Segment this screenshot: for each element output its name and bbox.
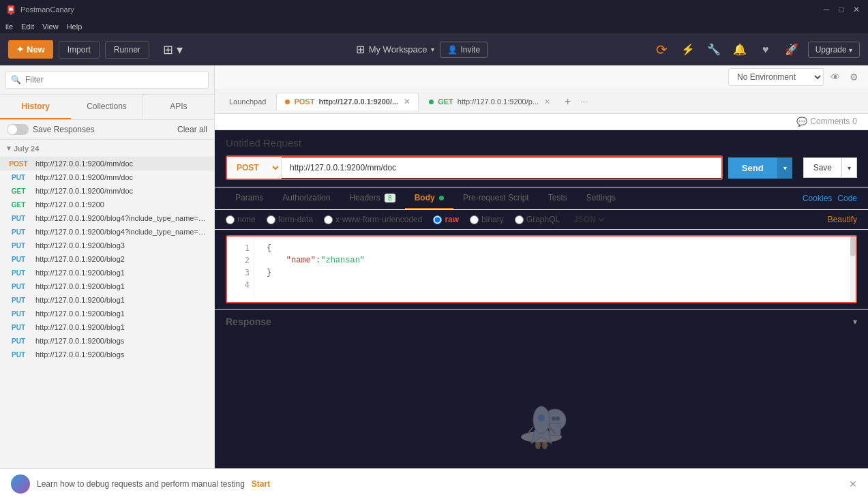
maximize-button[interactable]: □	[835, 3, 848, 16]
code-editor: 1 2 3 4 { "name":"zhansan" }	[226, 235, 857, 303]
save-button[interactable]: Save	[803, 157, 842, 178]
eye-icon-button[interactable]: 👁	[828, 69, 843, 85]
list-item[interactable]: PUT http://127.0.0.1:9200/blog1	[0, 307, 214, 320]
save-dropdown-button[interactable]: ▾	[842, 157, 857, 178]
item-more-button[interactable]: ···	[201, 200, 207, 209]
title-bar: 📮 PostmanCanary ─ □ ✕	[0, 0, 868, 19]
history-url: http://127.0.0.1:9200/blog4?include_type…	[35, 228, 207, 236]
menu-edit[interactable]: Edit	[21, 22, 34, 31]
list-item[interactable]: PUT http://127.0.0.1:9200/blogs	[0, 348, 214, 361]
list-item[interactable]: PUT http://127.0.0.1:9200/blog4?include_…	[0, 225, 214, 239]
list-item[interactable]: GET http://127.0.0.1:9200 + 🗑 ···	[0, 198, 214, 211]
clear-all-button[interactable]: Clear all	[177, 125, 207, 134]
search-input[interactable]	[5, 71, 209, 89]
tab-post-request[interactable]: POST http://127.0.0.1:9200/... ✕	[276, 93, 419, 110]
menu-file[interactable]: ile	[5, 22, 13, 31]
send-dropdown-button[interactable]: ▾	[777, 157, 792, 179]
sync-icon-button[interactable]: ⟳	[653, 40, 672, 59]
notification-start-button[interactable]: Start	[252, 479, 270, 489]
close-button[interactable]: ✕	[850, 3, 863, 16]
response-collapse-button[interactable]: ▾	[853, 317, 857, 327]
item-add-button[interactable]: +	[183, 200, 188, 209]
cookies-link[interactable]: Cookies	[803, 194, 832, 203]
option-none[interactable]: none	[226, 215, 256, 224]
sidebar-tab-collections[interactable]: Collections	[71, 95, 143, 119]
history-url: http://127.0.0.1:9200/mm/doc	[35, 173, 207, 181]
nav-params[interactable]: Params	[226, 187, 273, 209]
option-raw[interactable]: raw	[433, 215, 459, 224]
nav-settings[interactable]: Settings	[577, 187, 625, 209]
add-tab-button[interactable]: +	[560, 93, 575, 110]
option-graphql[interactable]: GraphQL	[515, 215, 560, 224]
tab-url-get: http://127.0.0.1:9200/p...	[458, 97, 539, 106]
tab-get-request[interactable]: GET http://127.0.0.1:9200/p... ✕	[420, 93, 559, 110]
sidebar-tab-history[interactable]: History	[0, 95, 71, 119]
response-title: Response	[226, 316, 271, 327]
nav-body[interactable]: Body	[405, 187, 453, 209]
upgrade-button[interactable]: Upgrade ▾	[808, 42, 860, 58]
method-badge-put: PUT	[7, 310, 30, 318]
url-input[interactable]	[282, 157, 721, 178]
option-urlencoded[interactable]: x-www-form-urlencoded	[324, 215, 422, 224]
import-button[interactable]: Import	[59, 41, 100, 59]
lightning-icon-button[interactable]: ⚡	[678, 40, 698, 59]
code-link[interactable]: Code	[837, 194, 857, 203]
code-content[interactable]: { "name":"zhansan" }	[227, 237, 856, 284]
workspace-button[interactable]: ⊞ My Workspace ▾	[356, 43, 435, 56]
method-select[interactable]: POST	[227, 157, 282, 179]
new-button[interactable]: ✦ New	[8, 40, 53, 59]
tab-launchpad[interactable]: Launchpad	[220, 93, 275, 110]
collection-action-button[interactable]: ⊞ ▾	[155, 39, 191, 61]
item-delete-button[interactable]: 🗑	[191, 200, 198, 209]
sidebar-search-area: 🔍	[0, 65, 214, 95]
list-item[interactable]: GET http://127.0.0.1:9200/mm/doc	[0, 184, 214, 198]
beautify-button[interactable]: Beautify	[828, 215, 857, 224]
list-item[interactable]: PUT http://127.0.0.1:9200/mm/doc	[0, 170, 214, 184]
runner-button[interactable]: Runner	[105, 41, 149, 59]
option-binary[interactable]: binary	[470, 215, 504, 224]
body-format-select[interactable]: JSON	[571, 214, 607, 225]
menu-view[interactable]: View	[42, 22, 59, 31]
tabs-more-button[interactable]: ···	[576, 94, 591, 109]
list-item[interactable]: PUT http://127.0.0.1:9200/blog1	[0, 320, 214, 334]
editor-scrollbar[interactable]	[850, 237, 856, 302]
window-controls: ─ □ ✕	[820, 3, 863, 16]
nav-tests[interactable]: Tests	[539, 187, 577, 209]
minimize-button[interactable]: ─	[820, 3, 833, 16]
settings-icon-button[interactable]: ⚙	[847, 69, 861, 85]
tab-close-get-button[interactable]: ✕	[544, 97, 550, 106]
list-item[interactable]: PUT http://127.0.0.1:9200/blog1	[0, 293, 214, 307]
environment-select[interactable]: No Environment	[728, 68, 824, 86]
list-item[interactable]: PUT http://127.0.0.1:9200/blogs	[0, 334, 214, 348]
svg-point-3	[552, 417, 556, 421]
send-button[interactable]: Send	[728, 157, 777, 179]
rocket-icon-button[interactable]: 🚀	[782, 40, 801, 59]
nav-pre-request[interactable]: Pre-request Script	[453, 187, 539, 209]
invite-button[interactable]: 👤 Invite	[440, 42, 488, 58]
tab-close-button[interactable]: ✕	[404, 97, 410, 106]
method-badge-put: PUT	[7, 269, 30, 277]
toolbar: ✦ New Import Runner ⊞ ▾ ⊞ My Workspace ▾…	[0, 34, 868, 65]
list-item[interactable]: PUT http://127.0.0.1:9200/blog2	[0, 252, 214, 266]
nav-headers[interactable]: Headers 8	[340, 187, 404, 209]
bell-icon-button[interactable]: 🔔	[730, 40, 749, 59]
list-item[interactable]: PUT http://127.0.0.1:9200/blog1	[0, 266, 214, 279]
code-line-3: "name":"zhansan"	[261, 254, 856, 267]
sidebar-tab-apis[interactable]: APIs	[143, 95, 214, 119]
list-item[interactable]: PUT http://127.0.0.1:9200/blog4?include_…	[0, 211, 214, 225]
list-item[interactable]: PUT http://127.0.0.1:9200/blog3	[0, 239, 214, 252]
heart-icon-button[interactable]: ♥	[756, 40, 775, 59]
chevron-down-icon: ▾	[849, 46, 852, 54]
history-section: ▾ July 24 POST http://127.0.0.1:9200/mm/…	[0, 140, 214, 499]
nav-authorization[interactable]: Authorization	[273, 187, 340, 209]
list-item[interactable]: POST http://127.0.0.1:9200/mm/doc	[0, 157, 214, 170]
option-form-data[interactable]: form-data	[267, 215, 313, 224]
notification-avatar	[11, 474, 30, 494]
history-url: http://127.0.0.1:9200/blogs	[35, 337, 207, 345]
save-responses-toggle[interactable]	[7, 124, 29, 135]
list-item[interactable]: PUT http://127.0.0.1:9200/blog1	[0, 279, 214, 293]
wrench-icon-button[interactable]: 🔧	[704, 40, 723, 59]
notification-close-button[interactable]: ✕	[849, 479, 857, 489]
method-badge-put: PUT	[7, 242, 30, 250]
menu-help[interactable]: Help	[67, 22, 83, 31]
